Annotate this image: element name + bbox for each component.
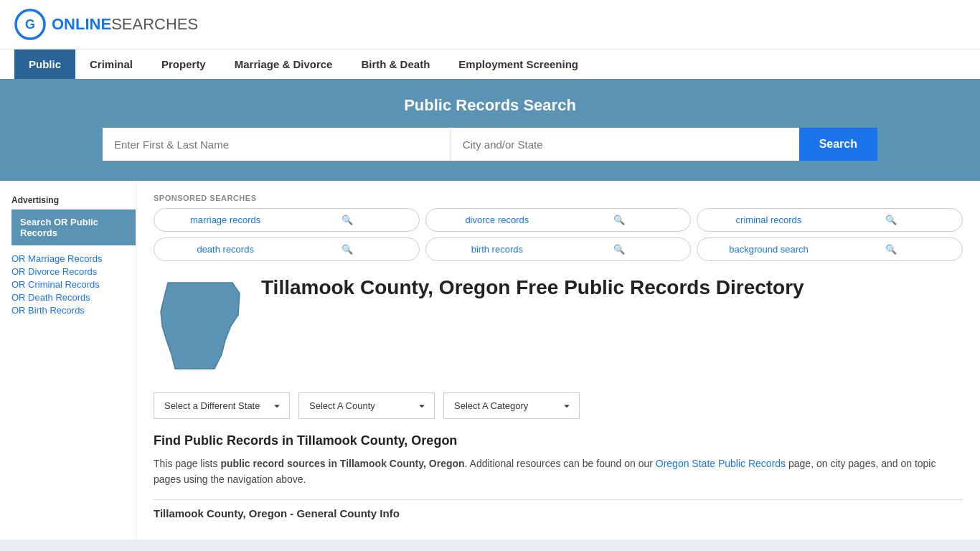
sponsored-tag-background[interactable]: background search 🔍 — [697, 237, 963, 261]
state-dropdown[interactable]: Select a Different State — [154, 392, 290, 419]
svg-marker-2 — [161, 283, 240, 369]
nav-property[interactable]: Property — [147, 50, 220, 79]
sponsored-label: SPONSORED SEARCHES — [154, 194, 963, 202]
logo-online: ONLINE — [52, 17, 111, 32]
sponsored-tag-divorce[interactable]: divorce records 🔍 — [425, 208, 692, 232]
logo-text: ONLINE SEARCHES — [52, 17, 198, 32]
list-item: OR Marriage Records — [11, 253, 136, 264]
sidebar-link-divorce[interactable]: OR Divorce Records — [11, 266, 97, 277]
nav-marriage-divorce[interactable]: Marriage & Divorce — [220, 50, 347, 79]
sponsored-tag-criminal[interactable]: criminal records 🔍 — [697, 208, 963, 232]
main-nav: Public Criminal Property Marriage & Divo… — [0, 49, 980, 79]
oregon-public-records-link[interactable]: Oregon State Public Records — [656, 458, 786, 469]
svg-text:G: G — [25, 17, 35, 32]
sidebar-ad-label: Advertising — [11, 195, 136, 205]
find-records-title: Find Public Records in Tillamook County,… — [154, 433, 963, 448]
search-icon: 🔍 — [558, 244, 680, 255]
sidebar: Advertising Search OR Public Records OR … — [0, 181, 136, 540]
logo[interactable]: G ONLINE SEARCHES — [14, 9, 198, 40]
state-map — [154, 276, 247, 378]
section-divider — [154, 499, 963, 500]
list-item: OR Divorce Records — [11, 265, 136, 277]
logo-icon: G — [14, 9, 46, 40]
search-icon: 🔍 — [830, 215, 952, 225]
search-button[interactable]: Search — [799, 128, 877, 161]
nav-birth-death[interactable]: Birth & Death — [347, 50, 444, 79]
name-input[interactable] — [103, 128, 451, 161]
general-info-title: Tillamook County, Oregon - General Count… — [154, 507, 963, 519]
sidebar-ad-box[interactable]: Search OR Public Records — [11, 209, 136, 245]
sidebar-link-birth[interactable]: OR Birth Records — [11, 305, 85, 316]
logo-searches: SEARCHES — [111, 17, 198, 32]
location-input[interactable] — [451, 128, 799, 161]
sidebar-link-death[interactable]: OR Death Records — [11, 292, 90, 303]
nav-criminal[interactable]: Criminal — [75, 50, 147, 79]
search-icon: 🔍 — [830, 244, 952, 255]
county-header: Tillamook County, Oregon Free Public Rec… — [154, 276, 963, 378]
sidebar-links: OR Marriage Records OR Divorce Records O… — [11, 253, 136, 316]
sidebar-link-criminal[interactable]: OR Criminal Records — [11, 279, 100, 290]
sponsored-tag-death[interactable]: death records 🔍 — [154, 237, 420, 261]
main-content: SPONSORED SEARCHES marriage records 🔍 di… — [136, 181, 980, 540]
list-item: OR Birth Records — [11, 304, 136, 316]
sponsored-grid: marriage records 🔍 divorce records 🔍 cri… — [154, 208, 963, 261]
search-bar: Search — [103, 128, 877, 161]
dropdown-row: Select a Different State Select A County… — [154, 392, 963, 419]
search-icon: 🔍 — [286, 215, 408, 225]
nav-employment[interactable]: Employment Screening — [444, 50, 593, 79]
search-icon: 🔍 — [286, 244, 408, 255]
hero-title: Public Records Search — [14, 96, 966, 115]
find-records-desc: This page lists public record sources in… — [154, 456, 963, 488]
sidebar-link-marriage[interactable]: OR Marriage Records — [11, 253, 102, 264]
list-item: OR Death Records — [11, 291, 136, 303]
main-wrapper: Advertising Search OR Public Records OR … — [0, 181, 980, 540]
sponsored-tag-birth[interactable]: birth records 🔍 — [425, 237, 692, 261]
site-header: G ONLINE SEARCHES — [0, 0, 980, 49]
hero-section: Public Records Search Search — [0, 79, 980, 181]
county-dropdown[interactable]: Select A County — [298, 392, 435, 419]
search-icon: 🔍 — [558, 215, 680, 225]
sponsored-tag-marriage[interactable]: marriage records 🔍 — [154, 208, 420, 232]
list-item: OR Criminal Records — [11, 278, 136, 290]
nav-public[interactable]: Public — [14, 50, 75, 79]
category-dropdown[interactable]: Select A Category — [443, 392, 580, 419]
county-title: Tillamook County, Oregon Free Public Rec… — [261, 276, 804, 300]
